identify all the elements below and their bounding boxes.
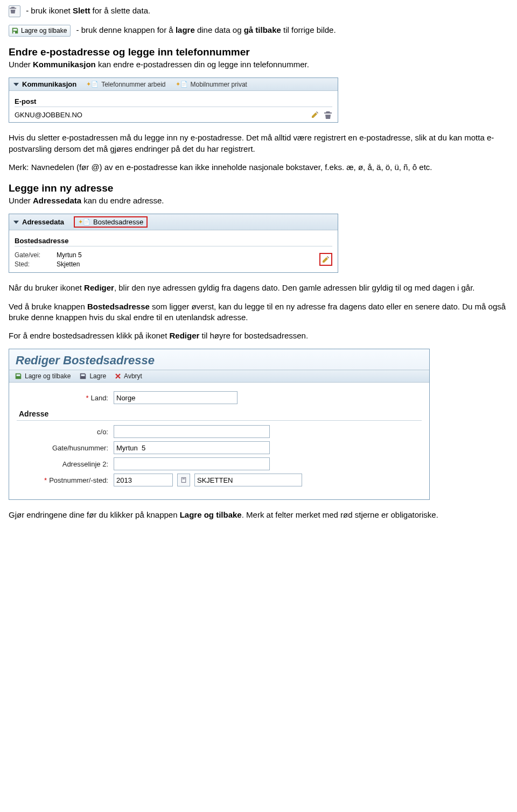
adr2-label: Adresselinje 2: bbox=[17, 460, 108, 468]
link-telefon-arbeid[interactable]: ✦📄 Telefonnummer arbeid bbox=[86, 81, 165, 88]
editor-title: Rediger Bostedsadresse bbox=[9, 349, 429, 370]
co-input[interactable] bbox=[114, 425, 270, 438]
para-rediger-dato: Når du bruker ikonet Rediger, blir den n… bbox=[9, 283, 508, 293]
chevron-down-icon bbox=[13, 220, 19, 225]
panel-kommunikasjon: Kommunikasjon ✦📄 Telefonnummer arbeid ✦📄… bbox=[9, 77, 338, 123]
final-para: Gjør endringene dine før du klikker på k… bbox=[9, 510, 508, 520]
edit-icon[interactable] bbox=[311, 110, 319, 119]
poststed-input[interactable] bbox=[194, 474, 302, 486]
save-icon bbox=[11, 27, 19, 34]
panel-title[interactable]: Adressedata bbox=[13, 218, 64, 226]
intro-adresse: Under Adressedata kan du endre adresse. bbox=[9, 195, 508, 206]
heading-adresse: Legge inn ny adresse bbox=[9, 182, 508, 194]
save-icon bbox=[79, 372, 87, 380]
postnr-input[interactable] bbox=[114, 474, 173, 486]
search-icon bbox=[180, 477, 187, 483]
panel-rediger-bostedsadresse: Rediger Bostedsadresse Lagre og tilbake … bbox=[9, 349, 430, 500]
sted-label: Sted: bbox=[15, 260, 52, 268]
save-back-button-label: Lagre og tilbake bbox=[21, 26, 67, 35]
new-doc-icon: ✦📄 bbox=[78, 218, 90, 225]
gatehus-label: Gate/husnummer: bbox=[17, 444, 108, 452]
heading-epost: Endre e-postadresse og legge inn telefon… bbox=[9, 46, 508, 58]
epost-value: GKNU@JOBBEN.NO bbox=[15, 111, 82, 119]
panel-header: Kommunikasjon ✦📄 Telefonnummer arbeid ✦📄… bbox=[9, 78, 338, 91]
cancel-button[interactable]: Avbryt bbox=[115, 372, 142, 380]
para-merk: Merk: Navnedelen (før @) av en e-postadr… bbox=[9, 162, 508, 173]
bullet-save-back-button: Lagre og tilbake - bruk denne knappen fo… bbox=[9, 25, 508, 37]
bosted-subheading: Bostedsadresse bbox=[15, 237, 332, 245]
new-doc-icon: ✦📄 bbox=[86, 81, 99, 88]
edit-icon-hl[interactable] bbox=[319, 253, 332, 266]
post-label: Postnummer/-sted: bbox=[49, 476, 108, 484]
adresse-section-label: Adresse bbox=[19, 409, 422, 418]
chevron-down-icon bbox=[13, 82, 19, 87]
trash-icon bbox=[9, 5, 20, 17]
new-doc-icon: ✦📄 bbox=[176, 81, 188, 88]
svg-rect-1 bbox=[183, 478, 185, 479]
gatehus-input[interactable] bbox=[114, 441, 270, 454]
lookup-button[interactable] bbox=[177, 474, 190, 486]
delete-icon[interactable] bbox=[324, 110, 332, 119]
save-button[interactable]: Lagre bbox=[79, 372, 106, 380]
land-input[interactable] bbox=[114, 391, 237, 404]
para-bostedsadresse-knapp: Ved å bruke knappen Bostedsadresse som l… bbox=[9, 301, 508, 323]
adr2-input[interactable] bbox=[114, 457, 270, 470]
para-klikk-rediger: For å endre bostedsadressen klikk på iko… bbox=[9, 330, 508, 341]
save-back-button[interactable]: Lagre og tilbake bbox=[15, 372, 71, 380]
epost-label: E-post bbox=[15, 97, 332, 105]
link-bostedsadresse-hl[interactable]: ✦📄 Bostedsadresse bbox=[74, 216, 148, 228]
co-label: c/o: bbox=[17, 428, 108, 436]
save-back-icon bbox=[15, 372, 22, 380]
bullet-delete-icon: - bruk ikonet Slett for å slette data. bbox=[9, 5, 508, 17]
link-mobil-privat[interactable]: ✦📄 Mobilnummer privat bbox=[176, 81, 247, 88]
panel-title[interactable]: Kommunikasjon bbox=[13, 80, 76, 88]
svg-rect-0 bbox=[181, 478, 186, 483]
intro-epost: Under Kommunikasjon kan endre e-postadre… bbox=[9, 59, 508, 70]
land-label: Land: bbox=[90, 394, 108, 402]
save-back-button-sample: Lagre og tilbake bbox=[9, 25, 71, 37]
panel-adressedata: Adressedata ✦📄 Bostedsadresse Bostedsadr… bbox=[9, 214, 338, 273]
gate-label: Gate/vei: bbox=[15, 251, 52, 259]
para-slett-epost: Hvis du sletter e-postadressen må du leg… bbox=[9, 132, 508, 154]
cancel-icon bbox=[115, 373, 121, 379]
panel-header: Adressedata ✦📄 Bostedsadresse bbox=[9, 214, 338, 230]
toolbar: Lagre og tilbake Lagre Avbryt bbox=[9, 370, 429, 383]
sted-value: Skjetten bbox=[57, 260, 80, 268]
gate-value: Myrtun 5 bbox=[57, 251, 82, 259]
